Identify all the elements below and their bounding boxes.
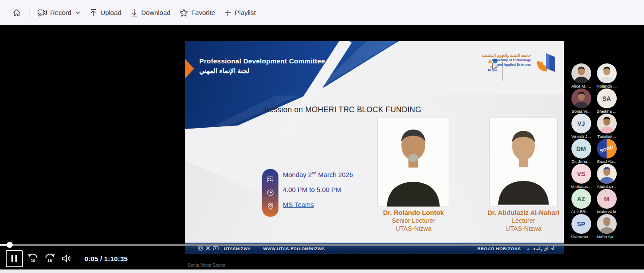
participant-tile: Sonia Vi... (568, 89, 594, 114)
location-pin-icon (267, 203, 274, 210)
upload-label: Upload (100, 9, 121, 16)
participant-name-label: Sonia Vi... (571, 109, 590, 114)
person-photo-avatar (597, 164, 617, 184)
participant-tile: SA Sheikha ... (594, 89, 619, 114)
playlist-button[interactable]: Playlist (220, 5, 260, 21)
committee-title-arabic: لجنة الإنماء المهني (199, 67, 325, 75)
presenter-portrait (378, 118, 449, 207)
participant-name-label: Soad Ab... (597, 159, 616, 164)
participant-avatar: DM (571, 139, 591, 159)
toolbar-divider (29, 8, 29, 18)
person-photo-avatar (571, 63, 591, 83)
mouse-cursor-icon (492, 63, 498, 73)
player-controls: 10 10 0:05 / 1:10:35 (0, 247, 644, 269)
participant-avatar (597, 164, 617, 184)
participant-initials: SOAD (599, 144, 614, 153)
person-photo-avatar (571, 89, 591, 108)
participant-tile: Rolando ... (594, 63, 619, 89)
presenter-org: UTAS-Nizwa (373, 225, 454, 232)
star-icon (179, 8, 188, 17)
playhead-handle[interactable] (7, 242, 13, 248)
session-time: 4.00 PM to 5.00 PM (283, 186, 353, 193)
participant-initials: AZ (577, 196, 585, 203)
presenter-name: Dr. Rolando Lontok (373, 209, 454, 217)
presenter-photo (489, 118, 558, 207)
playlist-label: Playlist (235, 9, 256, 16)
time-display: 0:05 / 1:10:35 (84, 255, 128, 262)
participant-avatar: SA (597, 89, 617, 108)
participant-initials: VJ (577, 120, 585, 127)
progress-bar[interactable] (0, 244, 644, 246)
utas-book-logo-icon (533, 52, 557, 82)
skip-forward-amount: 10 (43, 258, 56, 263)
calendar-icon (267, 176, 274, 183)
presenter-org: UTAS-Nizwa (480, 225, 564, 232)
person-photo-avatar (597, 214, 617, 234)
participant-avatar: AZ (571, 189, 591, 209)
person-photo-avatar (597, 63, 617, 83)
toolbar: Record Upload Download Favorite (0, 0, 644, 25)
download-label: Download (141, 9, 171, 16)
home-icon (12, 8, 21, 17)
participant-name-label: Vinesh J... (571, 134, 591, 139)
record-button[interactable]: Record (33, 5, 85, 21)
participant-initials: DM (576, 145, 586, 152)
download-icon (130, 8, 138, 17)
speaker-icon (62, 254, 72, 263)
participant-avatar (571, 89, 591, 108)
favorite-button[interactable]: Favorite (175, 5, 220, 21)
presenter-name: Dr. Abdulaziz Al-Nahari (480, 209, 564, 217)
download-button[interactable]: Download (126, 5, 175, 21)
video-surface[interactable]: Professional Development Committee لجنة … (0, 25, 644, 269)
participant-avatar: VJ (571, 114, 591, 133)
participant-avatar (597, 214, 617, 234)
participant-tile: Maha Sa... (594, 214, 619, 239)
skip-back-button[interactable]: 10 (26, 252, 40, 265)
favorite-label: Favorite (191, 9, 215, 16)
session-date: Monday 2nd March 2026 (283, 171, 353, 178)
pause-icon (11, 255, 13, 262)
presenter-caption: Dr. Rolando Lontok Senior Lecturer UTAS-… (373, 209, 454, 233)
presentation-slide: Professional Development Committee لجنة … (185, 41, 564, 254)
participant-tile: Alice M. ... (568, 63, 594, 89)
participant-tile: M Malarvizhi (594, 189, 619, 214)
participant-name-label: Maha Sa... (596, 234, 617, 239)
participant-initials: SP (577, 221, 585, 228)
participant-name-label: Venkatas... (571, 184, 591, 189)
plus-icon (224, 9, 232, 17)
participant-tile: Tamilsel... (594, 114, 619, 139)
volume-button[interactable] (62, 254, 72, 263)
participant-avatar (571, 63, 591, 83)
participant-tile: VS Venkatas... (568, 164, 594, 189)
record-label: Record (50, 9, 71, 16)
participant-avatar: VS (571, 164, 591, 184)
participant-name-label: AL ABRI ... (571, 209, 591, 214)
participant-avatar: SP (571, 214, 591, 234)
presenter-photo (377, 118, 449, 207)
presenter-role: Lecturer (480, 217, 564, 225)
record-camera-icon (37, 8, 47, 17)
participant-avatar: M (597, 189, 617, 209)
participant-avatar: SOAD (597, 139, 617, 159)
skip-forward-button[interactable]: 10 (43, 252, 56, 265)
pause-icon (15, 255, 17, 262)
university-logo: جامعة التقنية والعلوم التطبيقية Universi… (490, 51, 561, 85)
schedule-details: Monday 2nd March 2026 4.00 PM to 5.00 PM… (283, 171, 353, 216)
participant-name-label: Rolando ... (596, 84, 617, 89)
participant-initials: VS (577, 170, 585, 177)
clock-icon (267, 189, 274, 196)
upload-button[interactable]: Upload (85, 5, 126, 21)
university-logo-text: جامعة التقنية والعلوم التطبيقية Universi… (474, 53, 531, 67)
participant-tile: VJ Vinesh J... (568, 114, 594, 139)
ms-teams-link: MS Teams (283, 201, 314, 208)
home-button[interactable] (8, 5, 26, 21)
participant-avatar (597, 114, 617, 133)
participant-name-label: Sheikha ... (597, 109, 617, 114)
pause-button[interactable] (6, 250, 23, 267)
participant-name-label: Malarvizhi (597, 209, 616, 214)
participant-name-label: Sivarama... (571, 234, 592, 239)
session-title: Session on MOHERI TRC BLOCK FUNDING (264, 105, 421, 114)
upload-icon (89, 8, 97, 17)
stream-player-app: Record Upload Download Favorite (0, 0, 644, 273)
university-name-line2: and Applied Sciences (474, 63, 531, 67)
